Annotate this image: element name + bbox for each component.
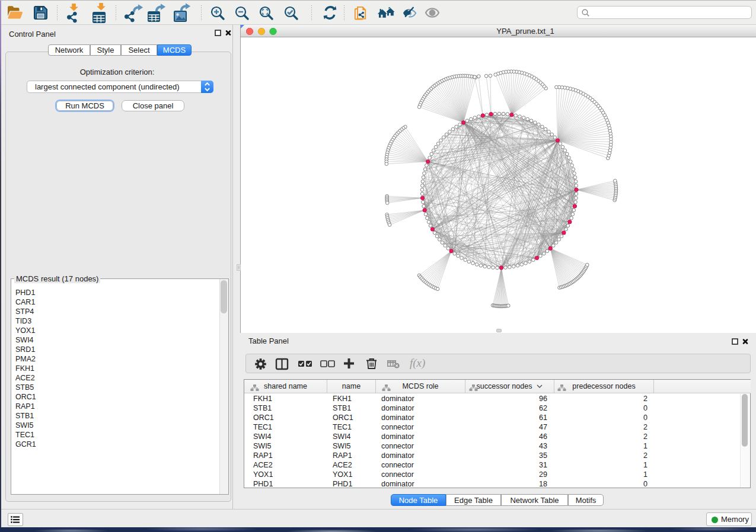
svg-text:f(x): f(x): [410, 357, 425, 370]
